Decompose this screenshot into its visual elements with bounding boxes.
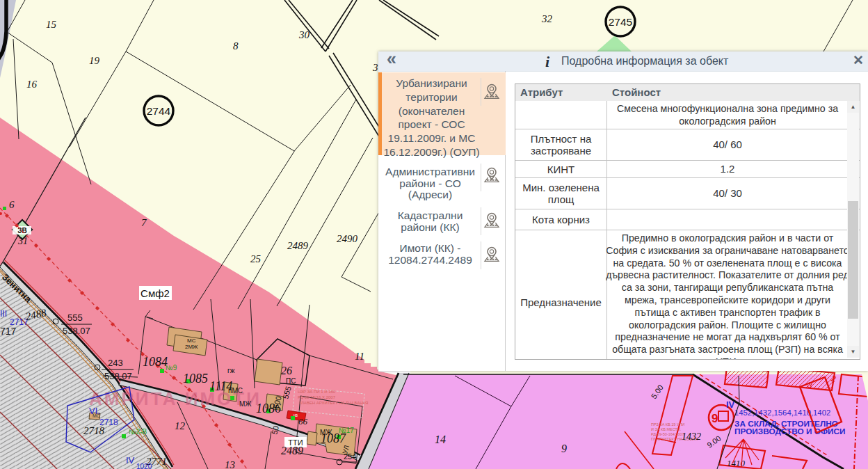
svg-text:ГЛАВЕН АРХИТЕКТ НА Р-Н БАНКЯ: ГЛАВЕН АРХИТЕКТ НА Р-Н БАНКЯ — [299, 401, 368, 405]
svg-text:243: 243 — [108, 358, 123, 368]
svg-text:2718: 2718 — [83, 425, 105, 436]
svg-text:1410: 1410 — [727, 458, 746, 468]
svg-text:254: 254 — [344, 452, 356, 461]
svg-text:№2-В: №2-В — [129, 428, 147, 436]
svg-text:31: 31 — [17, 236, 28, 246]
svg-text:8: 8 — [233, 40, 239, 51]
svg-text:2745: 2745 — [609, 16, 632, 28]
svg-text:РД-09-50-164/2007: РД-09-50-164/2007 — [651, 432, 684, 436]
svg-text:И ЗА КВ.МЕСТН.: И ЗА КВ.МЕСТН. — [651, 427, 682, 431]
svg-text:2744: 2744 — [147, 105, 171, 117]
svg-text:2489: 2489 — [281, 445, 303, 456]
svg-text:№17: №17 — [339, 427, 354, 434]
svg-text:717: 717 — [0, 326, 17, 337]
svg-text:15: 15 — [46, 19, 57, 30]
svg-text:66: 66 — [298, 416, 308, 427]
svg-text:16: 16 — [26, 79, 38, 90]
svg-text:ПРЗ ЗА КВ.19 УПИ: ПРЗ ЗА КВ.19 УПИ — [651, 422, 684, 427]
svg-text:32: 32 — [541, 13, 553, 24]
svg-text:№9: №9 — [166, 364, 177, 372]
svg-text:1432: 1432 — [682, 431, 701, 442]
svg-text:1084: 1084 — [143, 355, 168, 369]
svg-text:IV: IV — [126, 455, 135, 466]
svg-text:3: 3 — [372, 62, 378, 73]
svg-text:6: 6 — [9, 199, 15, 210]
svg-text:14: 14 — [435, 434, 446, 445]
svg-text:пМС: пМС — [228, 387, 243, 395]
svg-text:МЖ: МЖ — [320, 429, 332, 436]
svg-text:МС: МС — [187, 337, 196, 344]
svg-text:МЖ: МЖ — [239, 400, 252, 408]
svg-text:538.07: 538.07 — [63, 326, 90, 336]
svg-text:11: 11 — [355, 351, 364, 362]
svg-text:1452,1432,1564,1410,1402: 1452,1432,1564,1410,1402 — [734, 408, 830, 417]
svg-text:26: 26 — [281, 365, 292, 376]
svg-text:2МЖ: 2МЖ — [185, 344, 198, 350]
svg-text:1020: 1020 — [136, 463, 152, 469]
svg-text:30: 30 — [298, 29, 310, 40]
svg-text:IV: IV — [726, 399, 735, 410]
svg-text:9: 9 — [561, 443, 567, 454]
svg-text:1086: 1086 — [256, 402, 281, 415]
svg-text:НЗР ЗА ПИ 1 И 160: НЗР ЗА ПИ 1 И 160 — [298, 390, 336, 394]
svg-text:ПС: ПС — [286, 377, 296, 385]
svg-text:Смф2: Смф2 — [140, 287, 170, 299]
svg-text:555: 555 — [67, 312, 83, 323]
svg-text:гж: гж — [227, 367, 235, 374]
svg-text:III: III — [0, 309, 7, 319]
svg-text:25: 25 — [250, 253, 262, 264]
svg-text:2490: 2490 — [337, 233, 358, 244]
svg-text:1085: 1085 — [183, 372, 208, 385]
svg-text:19: 19 — [89, 55, 100, 66]
svg-text:РД-09-15/16.X.2007: РД-09-15/16.X.2007 — [298, 395, 336, 399]
svg-text:9: 9 — [712, 412, 718, 425]
svg-text:12: 12 — [175, 420, 186, 431]
svg-text:2489: 2489 — [287, 240, 309, 251]
svg-text:13: 13 — [225, 459, 235, 469]
